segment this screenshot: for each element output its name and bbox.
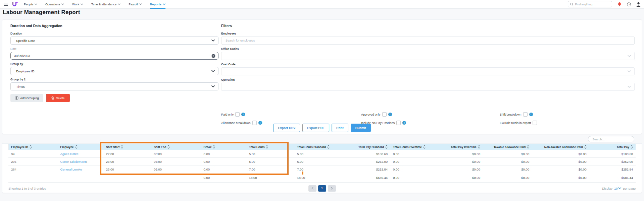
export-pdf-button[interactable]: Export PDF — [302, 124, 329, 132]
employee-link[interactable]: Agnes Ratke — [57, 150, 103, 158]
nav-item-label: Payroll — [129, 3, 138, 6]
totals-cell — [103, 173, 151, 183]
cell: 22:00 — [103, 150, 151, 158]
submit-button[interactable]: Submit — [351, 124, 371, 132]
global-search-box[interactable] — [568, 1, 612, 7]
cell: $252.00 — [589, 158, 636, 165]
pagination-page-1-button[interactable]: 1 — [318, 185, 326, 192]
column-header-employee[interactable]: Employee — [57, 144, 103, 150]
delete-button[interactable]: Delete — [46, 94, 70, 102]
table-search-input[interactable] — [592, 137, 631, 141]
column-header-taxable-allowance-paid[interactable]: Taxable Allowance Paid — [483, 144, 532, 150]
office-codes-select[interactable] — [221, 52, 635, 60]
column-header-employee-id[interactable]: Employee ID — [8, 144, 57, 150]
cell: 6.00 — [246, 158, 294, 165]
bell-icon — [617, 2, 622, 6]
nav-item-work[interactable]: Work — [72, 0, 83, 9]
help-button[interactable]: ? — [627, 2, 631, 6]
group-by-select[interactable]: Employee ID — [10, 67, 218, 75]
sort-icon — [423, 145, 426, 149]
totals-cell — [8, 173, 57, 183]
nav-item-payroll[interactable]: Payroll — [129, 0, 142, 9]
column-header-total-pay-overtime[interactable]: Total Pay Overtime — [436, 144, 483, 150]
sort-icon — [30, 145, 32, 149]
column-header-total-hours[interactable]: Total Hours — [246, 144, 294, 150]
cell: $0.00 — [532, 150, 589, 158]
print-button[interactable]: Print — [332, 124, 348, 132]
duration-select[interactable]: Specific Date — [10, 37, 218, 45]
sort-icon — [213, 145, 215, 149]
cell: $0.00 — [436, 165, 483, 173]
chevron-down-icon — [81, 3, 83, 5]
column-header-total-hours-overtime[interactable]: Total Hours Overtime — [390, 144, 436, 150]
pagination-next-button[interactable] — [328, 185, 336, 192]
checkbox-label: Paid only — [221, 113, 234, 116]
user-avatar[interactable] — [636, 2, 641, 7]
cell: $0.00 — [483, 158, 532, 165]
cell: 5.00 — [246, 150, 294, 158]
table-row: 264General Lemke23:0006:000.007.007.00$2… — [8, 165, 636, 173]
nav-item-people[interactable]: People — [24, 0, 37, 9]
hamburger-menu-icon[interactable] — [4, 3, 8, 6]
pagination-prev-button[interactable] — [308, 185, 316, 192]
export-csv-button[interactable]: Export CSV — [273, 124, 300, 132]
employee-link[interactable]: General Lemke — [57, 165, 103, 173]
column-header-shift-start[interactable]: Shift Start — [103, 144, 151, 150]
delete-label: Delete — [56, 96, 65, 100]
info-icon[interactable]: i — [529, 113, 533, 116]
cell: 05:00 — [151, 158, 201, 165]
nav-item-operations[interactable]: Operations — [45, 0, 64, 9]
add-grouping-button[interactable]: Add Grouping — [10, 94, 43, 102]
cell: 23:00 — [103, 158, 151, 165]
group-by-2-select[interactable]: Times — [10, 82, 218, 90]
totals-row: 0.0018.0018.00$685.440.00$0.00$0.00$0.00… — [8, 173, 636, 183]
employees-search-input[interactable] — [225, 39, 631, 43]
cell: 0.00 — [390, 165, 436, 173]
nav-item-time-attendance[interactable]: Time & attendance — [91, 0, 120, 9]
nav-item-label: Reports — [150, 3, 161, 6]
column-header-total-pay[interactable]: Total Pay — [589, 144, 636, 150]
sort-icon — [478, 145, 480, 149]
column-header-label: Total Pay Standard — [358, 145, 384, 149]
nav-item-label: Operations — [45, 3, 60, 6]
office-codes-label: Office Codes — [221, 47, 635, 51]
clear-date-icon[interactable] — [211, 54, 215, 58]
checkbox[interactable] — [382, 112, 387, 117]
column-header-shift-end[interactable]: Shift End — [151, 144, 201, 150]
table-search-field — [588, 136, 634, 142]
chevron-down-icon — [35, 3, 37, 5]
filter-checkbox-item-shift-breakdown: Shift breakdowni — [500, 112, 635, 117]
totals-cell: $0.00 — [436, 173, 483, 183]
nav-item-label: Time & attendance — [91, 3, 116, 6]
chevron-down-icon — [118, 3, 120, 5]
chevron-down-icon — [211, 85, 215, 87]
column-header-non-taxable-allowance-paid[interactable]: Non-Taxable Allowance Paid — [532, 144, 589, 150]
table-row: 205Conor Stiedemann23:0005:000.006.006.0… — [8, 158, 636, 165]
global-search-input[interactable] — [575, 2, 610, 6]
column-header-total-pay-standard[interactable]: Total Pay Standard — [338, 144, 390, 150]
cell: 03:00 — [151, 150, 201, 158]
cell: $0.00 — [483, 165, 532, 173]
nav-item-reports[interactable]: Reports — [150, 0, 165, 9]
info-icon[interactable]: i — [388, 113, 392, 116]
cell: $180.60 — [589, 150, 636, 158]
filter-checkbox-item-paid-only: Paid onlyi — [221, 112, 361, 117]
date-input[interactable] — [13, 54, 209, 58]
sort-icon — [121, 145, 123, 149]
operation-select[interactable] — [221, 83, 635, 91]
page-size-select[interactable]: 10 — [614, 187, 622, 190]
app-logo-icon[interactable] — [12, 2, 18, 7]
totals-cell: $0.00 — [483, 173, 532, 183]
checkbox[interactable] — [523, 112, 528, 117]
employee-link[interactable]: Conor Stiedemann — [57, 158, 103, 165]
sort-icon — [75, 145, 78, 149]
checkbox[interactable] — [235, 112, 240, 117]
info-icon[interactable]: i — [241, 113, 245, 116]
cost-code-select[interactable] — [221, 67, 635, 75]
column-header-break[interactable]: Break — [201, 144, 246, 150]
notifications-button[interactable] — [617, 2, 622, 6]
column-header-total-hours-standard[interactable]: Total Hours Standard — [294, 144, 338, 150]
column-header-label: Total Hours Standard — [297, 145, 326, 149]
per-page-label: per page — [623, 187, 636, 190]
chevron-down-icon — [211, 40, 215, 42]
